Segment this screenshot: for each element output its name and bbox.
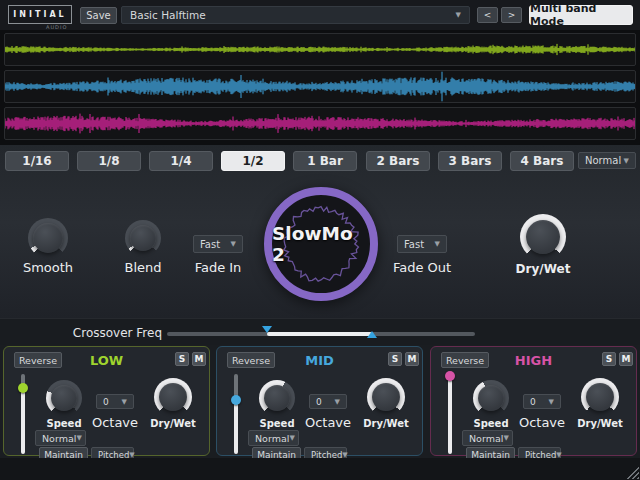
crossover-active-range <box>267 332 372 336</box>
solo-button[interactable]: S <box>602 352 616 366</box>
rate-button-1bar[interactable]: 1 Bar <box>293 151 357 171</box>
bottom-strip <box>0 458 640 480</box>
band-dry-wet-knob[interactable] <box>581 378 619 416</box>
band-level-slider[interactable] <box>444 374 455 454</box>
band-mid-panel: Reverse MID S M Speed 0 ▼ Octave Dry/Wet… <box>216 346 423 456</box>
solo-button[interactable]: S <box>175 352 189 366</box>
rate-button-1-2[interactable]: 1/2 <box>221 151 285 171</box>
preset-name: Basic Halftime <box>130 9 206 21</box>
slider-handle[interactable] <box>231 395 241 405</box>
chevron-down-icon: ▼ <box>231 240 236 248</box>
slowmo-logo-badge[interactable]: SlowMo 2 <box>264 187 378 301</box>
chevron-down-icon: ▼ <box>435 240 440 248</box>
plugin-name: SlowMo 2 <box>272 195 370 293</box>
octave-value: 0 <box>530 397 536 407</box>
chevron-down-icon: ▼ <box>289 434 294 442</box>
rate-button-1-16[interactable]: 1/16 <box>5 151 69 171</box>
band-mode-value: Normal <box>255 433 289 444</box>
slider-track <box>234 374 238 454</box>
knob-face <box>526 220 560 254</box>
band-level-slider[interactable] <box>230 374 241 454</box>
band-mode-dropdown[interactable]: Normal ▼ <box>248 430 299 446</box>
slider-track <box>448 374 452 454</box>
knob-face <box>159 383 187 411</box>
chevron-down-icon: ▼ <box>456 11 461 19</box>
band-dry-wet-label: Dry/Wet <box>133 418 213 429</box>
chevron-down-icon: ▼ <box>335 398 340 406</box>
band-mode-dropdown[interactable]: Normal ▼ <box>35 430 86 446</box>
octave-dropdown[interactable]: 0 ▼ <box>309 394 347 409</box>
solo-button[interactable]: S <box>388 352 402 366</box>
crossover-high-handle[interactable] <box>367 331 377 338</box>
rate-button-4bars[interactable]: 4 Bars <box>510 151 574 171</box>
next-preset-button[interactable]: > <box>501 7 522 23</box>
band-dry-wet-knob[interactable] <box>154 378 192 416</box>
waveform-lane-high <box>4 107 636 140</box>
fade-out-value: Fast <box>404 239 424 250</box>
knob-face <box>372 383 400 411</box>
top-bar: INITIAL AUDIO Save Basic Halftime ▼ < > … <box>0 0 640 30</box>
mute-button[interactable]: M <box>192 352 206 366</box>
blend-label: Blend <box>103 260 183 275</box>
band-low-panel: Reverse LOW S M Speed 0 ▼ Octave Dry/Wet… <box>3 346 210 456</box>
mute-button[interactable]: M <box>405 352 419 366</box>
band-panels: Reverse LOW S M Speed 0 ▼ Octave Dry/Wet… <box>0 345 640 458</box>
band-speed-knob[interactable] <box>259 380 295 416</box>
band-speed-knob[interactable] <box>473 380 509 416</box>
rate-button-2bars[interactable]: 2 Bars <box>366 151 430 171</box>
preset-dropdown[interactable]: Basic Halftime ▼ <box>121 6 470 24</box>
chevron-down-icon: ▼ <box>122 398 127 406</box>
knob-face <box>130 225 156 251</box>
band-speed-knob[interactable] <box>46 380 82 416</box>
octave-dropdown[interactable]: 0 ▼ <box>96 394 134 409</box>
band-mode-dropdown[interactable]: Normal ▼ <box>462 430 513 446</box>
crossover-section: Crossover Freq <box>0 318 640 345</box>
waveform-lane-mid <box>4 70 636 103</box>
mute-button[interactable]: M <box>619 352 633 366</box>
smooth-label: Smooth <box>8 260 88 275</box>
master-dry-wet-knob[interactable] <box>520 214 566 260</box>
chevron-down-icon: ▼ <box>549 398 554 406</box>
crossover-low-handle[interactable] <box>262 326 272 333</box>
rate-mode-value: Normal <box>585 155 621 166</box>
knob-face <box>586 383 614 411</box>
waveform-lane-low <box>4 33 636 66</box>
crossover-label: Crossover Freq <box>0 326 162 340</box>
knob-face <box>264 385 290 411</box>
chevron-down-icon: ▼ <box>76 434 81 442</box>
rate-button-1-8[interactable]: 1/8 <box>77 151 141 171</box>
fade-out-label: Fade Out <box>382 260 462 275</box>
band-mode-value: Normal <box>42 433 76 444</box>
octave-value: 0 <box>316 397 322 407</box>
band-mode-value: Normal <box>469 433 503 444</box>
octave-value: 0 <box>103 397 109 407</box>
initial-audio-logo: INITIAL <box>8 5 72 24</box>
knob-face <box>478 385 504 411</box>
slowmo2-plugin-window: INITIAL AUDIO Save Basic Halftime ▼ < > … <box>0 0 640 480</box>
chevron-down-icon: ▼ <box>624 157 629 165</box>
band-dry-wet-label: Dry/Wet <box>560 418 640 429</box>
rate-mode-dropdown[interactable]: Normal ▼ <box>578 152 636 169</box>
smooth-knob[interactable] <box>28 218 68 258</box>
chevron-down-icon: ▼ <box>503 434 508 442</box>
main-section: 1/16 1/8 1/4 1/2 1 Bar 2 Bars 3 Bars 4 B… <box>0 145 640 318</box>
slider-handle[interactable] <box>18 383 28 393</box>
rate-button-1-4[interactable]: 1/4 <box>149 151 213 171</box>
fade-out-dropdown[interactable]: Fast ▼ <box>397 235 447 253</box>
fade-in-label: Fade In <box>178 260 258 275</box>
multi-band-mode-button[interactable]: Multi band Mode <box>529 5 633 25</box>
band-dry-wet-label: Dry/Wet <box>346 418 426 429</box>
blend-knob[interactable] <box>125 220 161 256</box>
slider-handle[interactable] <box>445 371 455 381</box>
knob-face <box>51 385 77 411</box>
fade-in-value: Fast <box>200 239 220 250</box>
waveform-display <box>0 30 640 145</box>
prev-preset-button[interactable]: < <box>477 7 498 23</box>
band-dry-wet-knob[interactable] <box>367 378 405 416</box>
fade-in-dropdown[interactable]: Fast ▼ <box>193 235 243 253</box>
save-button[interactable]: Save <box>80 7 117 24</box>
octave-dropdown[interactable]: 0 ▼ <box>523 394 561 409</box>
crossover-slider[interactable] <box>167 332 475 336</box>
rate-button-3bars[interactable]: 3 Bars <box>438 151 502 171</box>
band-level-slider[interactable] <box>17 374 28 454</box>
